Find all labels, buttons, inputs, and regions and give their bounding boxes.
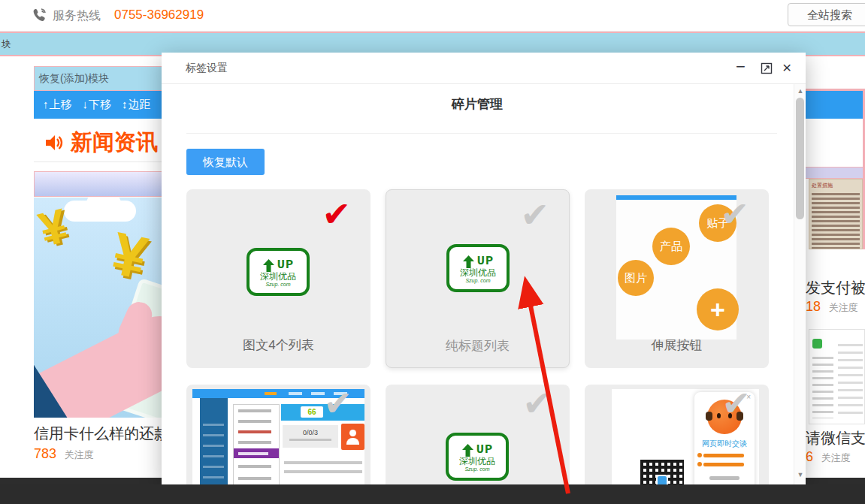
stats-badge: 66 xyxy=(301,406,323,418)
menu-item-bar xyxy=(238,477,271,480)
expand-icon xyxy=(761,62,773,74)
article-title-right-2[interactable]: 请微信支付 xyxy=(806,428,865,448)
speaker-icon xyxy=(44,133,63,152)
close-icon[interactable]: × xyxy=(782,59,791,77)
check-icon: ✔ xyxy=(520,198,549,232)
service-link-bar xyxy=(703,454,744,457)
szup-logo: UP 深圳优品 Szup. com xyxy=(446,244,510,292)
qq-caption-bar xyxy=(709,476,739,480)
screen-bottom-dark xyxy=(0,484,865,504)
szup-logo: UP 深圳优品 Szup. com xyxy=(246,248,310,296)
module-strip-label: 块 xyxy=(2,38,11,51)
card-label: 伸展按钮 xyxy=(585,337,769,354)
document-text-lines xyxy=(812,191,860,249)
szup-logo: UP 深圳优品 Szup. com xyxy=(446,433,509,481)
menu-dash xyxy=(265,392,277,395)
up-arrow-icon xyxy=(461,444,474,457)
menu-item-bar xyxy=(238,465,271,468)
text-lines xyxy=(812,352,833,418)
up-arrow-icon xyxy=(262,259,275,272)
site-search-button[interactable]: 全站搜索 xyxy=(788,3,865,26)
phone-icon xyxy=(30,7,48,25)
restore-add-module-bar[interactable]: 恢复(添加)模块 xyxy=(34,66,162,91)
minimize-button[interactable]: − xyxy=(736,57,746,77)
text-lines xyxy=(838,339,863,418)
template-card-image-text-list[interactable]: ✔ UP 深圳优品 Szup. com 图文4个列表 xyxy=(186,189,370,368)
bubble-products: 产品 xyxy=(652,228,690,265)
selected-module-strip xyxy=(34,171,162,197)
check-icon: ✔ xyxy=(721,386,751,421)
menu-dash xyxy=(311,392,325,395)
arrow-down-icon: ↓ xyxy=(83,98,89,110)
move-down-button[interactable]: ↓下移 xyxy=(83,98,112,112)
menu-dash xyxy=(289,392,302,395)
card-label: 图文4个列表 xyxy=(186,337,370,354)
move-up-button[interactable]: ↑上移 xyxy=(43,98,72,112)
check-icon: ✔ xyxy=(323,386,352,421)
document-heading: 处置措施 xyxy=(812,182,860,189)
text-line xyxy=(284,461,362,464)
menu-item-highlighted xyxy=(234,448,279,458)
news-section-header: 新闻资讯 xyxy=(44,128,164,158)
divider xyxy=(186,133,777,134)
chat-widget-title: 网页即时交谈 xyxy=(694,439,755,449)
margin-button[interactable]: ↕边距 xyxy=(122,98,151,112)
dialog-header[interactable]: 标签设置 − × xyxy=(162,53,806,84)
plus-icon: + xyxy=(697,288,739,330)
card-label: 纯标题列表 xyxy=(386,337,569,355)
service-link-bar xyxy=(703,463,744,466)
tag-settings-dialog: 标签设置 − × 碎片管理 恢复默认 ✔ UP 深圳优品 Szup. c xyxy=(162,53,806,484)
hotline-label: 服务热线 xyxy=(53,8,101,24)
module-toolbar: ↑上移 ↓下移 ↕边距 xyxy=(34,91,162,119)
article-views-left: 783 关注度 xyxy=(34,446,94,462)
article-title-left[interactable]: 信用卡什么样的还款方 xyxy=(34,424,163,444)
module-toolbar-right-segment xyxy=(806,89,865,119)
text-line xyxy=(284,470,362,473)
arrow-updown-icon: ↕ xyxy=(122,98,128,110)
dialog-heading: 碎片管理 xyxy=(162,95,793,113)
menu-item-bar xyxy=(238,409,271,412)
template-card-title-list[interactable]: ✔ UP 深圳优品 Szup. com 纯标题列表 xyxy=(386,189,570,368)
scroll-down-icon[interactable]: ▼ xyxy=(794,471,806,478)
person-icon xyxy=(349,430,356,436)
stat-box: 0/0/3 xyxy=(283,425,338,448)
menu-item-bar xyxy=(238,430,271,433)
table-thumbnail-image[interactable] xyxy=(809,329,865,424)
template-card-expand-buttons[interactable]: 贴子 产品 图片 + ✔ 伸展按钮 xyxy=(585,189,769,368)
wechat-pay-icon xyxy=(812,339,822,349)
top-bar: 服务热线 0755-36962919 全站搜索 xyxy=(0,0,865,32)
dialog-scrollbar[interactable]: ▲ ▼ xyxy=(794,84,806,484)
scrollbar-thumb[interactable] xyxy=(796,98,804,219)
dialog-title: 标签设置 xyxy=(186,62,228,75)
bubble-pictures: 图片 xyxy=(618,260,654,296)
restore-default-button[interactable]: 恢复默认 xyxy=(186,149,265,175)
news-section-title: 新闻资讯 xyxy=(71,128,158,158)
check-icon: ✔ xyxy=(522,386,552,421)
article-thumbnail-image[interactable]: ¥ ¥ xyxy=(34,198,162,418)
document-thumbnail-image[interactable]: 处置措施 xyxy=(809,179,863,249)
blue-top-bar xyxy=(616,195,736,200)
arrow-up-icon: ↑ xyxy=(43,98,49,110)
menu-item-bar xyxy=(238,441,271,444)
user-tile xyxy=(341,424,364,450)
selected-module-strip-right xyxy=(806,167,865,179)
screen: 服务热线 0755-36962919 全站搜索 块 恢复(添加)模块 ↑上移 ↓… xyxy=(0,0,865,504)
divider xyxy=(34,161,162,162)
menu-item-bar xyxy=(238,420,271,423)
check-icon: ✔ xyxy=(322,197,351,231)
stat-caption-bar xyxy=(289,439,331,441)
maximize-button[interactable] xyxy=(761,62,773,74)
check-icon: ✔ xyxy=(720,197,749,231)
article-title-right-1[interactable]: 发支付被取 xyxy=(806,278,865,298)
hotline-number: 0755-36962919 xyxy=(114,8,204,23)
article-views-right-2: 6 关注度 xyxy=(806,449,850,465)
scroll-up-icon[interactable]: ▲ xyxy=(794,87,806,95)
article-views-right-1: 18 关注度 xyxy=(806,299,857,315)
up-arrow-icon xyxy=(462,255,475,268)
